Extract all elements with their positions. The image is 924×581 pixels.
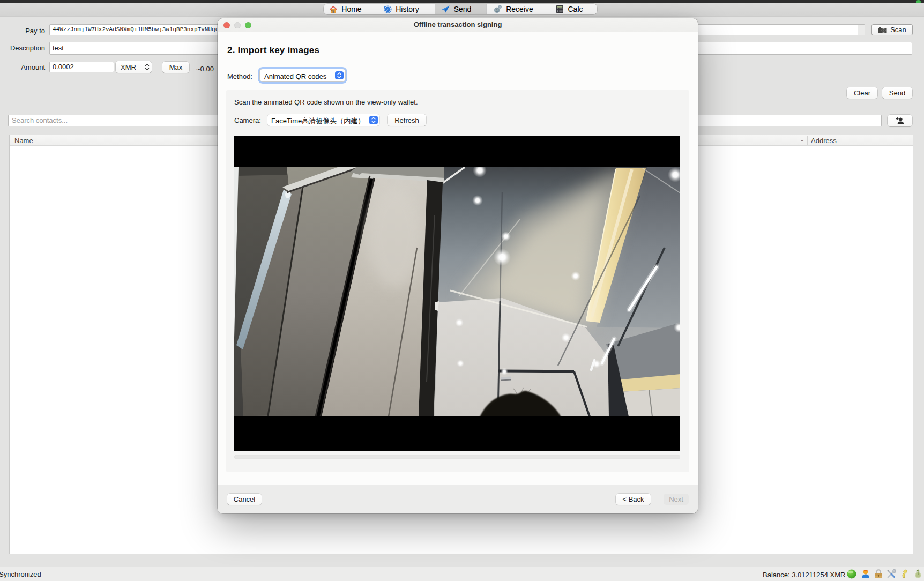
svg-text:1: 1 (496, 8, 498, 13)
